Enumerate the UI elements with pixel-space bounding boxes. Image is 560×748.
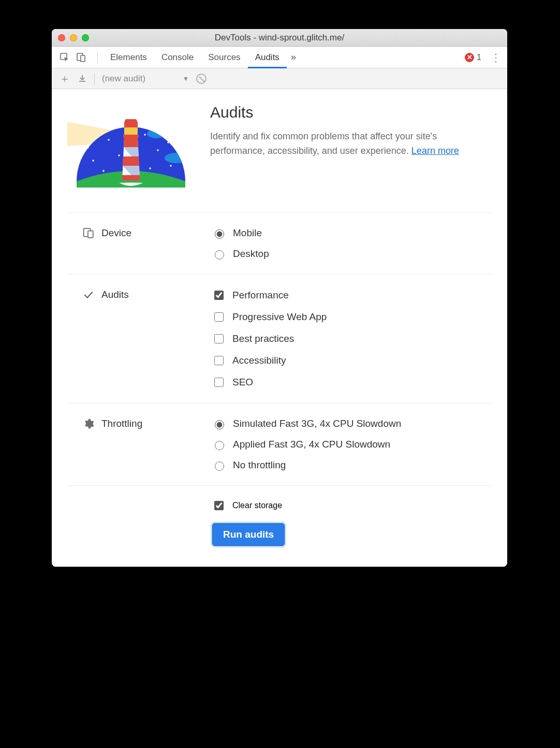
inspect-element-icon[interactable]: [59, 52, 70, 63]
svg-marker-21: [124, 138, 138, 147]
error-count-value: 1: [477, 53, 481, 62]
throttle-none-radio[interactable]: [215, 462, 224, 471]
audit-performance-option[interactable]: Performance: [212, 289, 492, 301]
throttle-none-label: No throttling: [233, 459, 286, 471]
audit-accessibility-checkbox[interactable]: [214, 356, 224, 365]
window-controls: [58, 34, 89, 41]
clear-storage-label: Clear storage: [232, 501, 282, 510]
device-mobile-option[interactable]: Mobile: [212, 227, 492, 239]
svg-point-14: [167, 141, 169, 143]
toggle-device-icon[interactable]: [76, 52, 87, 63]
device-desktop-label: Desktop: [233, 248, 269, 260]
throttle-applied-option[interactable]: Applied Fast 3G, 4x CPU Slowdown: [212, 439, 492, 450]
throttle-none-option[interactable]: No throttling: [212, 459, 492, 471]
audit-selector-label: (new audit): [102, 74, 145, 84]
titlebar: DevTools - wind-sprout.glitch.me/: [52, 29, 507, 47]
error-count[interactable]: ✕ 1: [465, 53, 481, 62]
device-mobile-label: Mobile: [233, 227, 262, 239]
clear-icon[interactable]: [196, 74, 207, 84]
audit-performance-checkbox[interactable]: [214, 291, 224, 300]
throttle-simulated-radio[interactable]: [215, 420, 224, 429]
svg-marker-25: [122, 175, 140, 180]
svg-rect-17: [124, 122, 138, 127]
svg-point-7: [102, 170, 104, 171]
audit-best-practices-label: Best practices: [232, 333, 294, 344]
svg-point-16: [165, 153, 187, 163]
tab-sources[interactable]: Sources: [201, 47, 247, 68]
devtools-window: DevTools - wind-sprout.glitch.me/ Elemen…: [52, 29, 507, 567]
throttle-applied-label: Applied Fast 3G, 4x CPU Slowdown: [233, 439, 390, 450]
svg-point-5: [92, 160, 94, 161]
throttle-simulated-option[interactable]: Simulated Fast 3G, 4x CPU Slowdown: [212, 418, 492, 429]
svg-marker-23: [123, 156, 139, 166]
learn-more-link[interactable]: Learn more: [411, 146, 459, 156]
tab-audits[interactable]: Audits: [248, 47, 287, 68]
section-audits-label: Audits: [67, 289, 212, 389]
tab-console[interactable]: Console: [154, 47, 201, 68]
check-icon: [83, 289, 94, 300]
audit-seo-checkbox[interactable]: [214, 378, 224, 387]
svg-rect-27: [88, 231, 93, 238]
audit-pwa-option[interactable]: Progressive Web App: [212, 311, 492, 323]
device-label-text: Device: [101, 227, 131, 239]
lighthouse-illustration: [67, 104, 195, 192]
svg-point-8: [118, 154, 120, 156]
error-icon: ✕: [465, 53, 474, 62]
audits-label-text: Audits: [101, 289, 129, 300]
run-audits-button[interactable]: Run audits: [212, 523, 285, 546]
throttle-simulated-label: Simulated Fast 3G, 4x CPU Slowdown: [233, 418, 401, 429]
more-tabs-icon[interactable]: »: [291, 52, 296, 63]
svg-point-12: [149, 167, 151, 169]
device-desktop-option[interactable]: Desktop: [212, 248, 492, 260]
audit-pwa-label: Progressive Web App: [232, 311, 327, 323]
close-window-button[interactable]: [58, 34, 65, 41]
toolbar-separator: [97, 51, 98, 64]
section-audits: Audits Performance Progressive Web App B…: [67, 274, 492, 403]
device-mobile-radio[interactable]: [215, 229, 224, 239]
svg-rect-18: [124, 127, 138, 135]
throttling-label-text: Throttling: [101, 418, 142, 429]
clear-storage-option[interactable]: Clear storage: [212, 499, 492, 512]
audits-panel: Audits Identify and fix common problems …: [52, 89, 507, 567]
section-device: Device Mobile Desktop: [67, 212, 492, 274]
audit-accessibility-label: Accessibility: [232, 355, 286, 366]
audit-seo-option[interactable]: SEO: [212, 376, 492, 389]
clear-storage-checkbox[interactable]: [214, 501, 224, 510]
audit-selector-dropdown[interactable]: (new audit) ▼: [102, 74, 189, 84]
gear-icon: [83, 418, 94, 429]
section-footer: Clear storage Run audits: [67, 485, 492, 546]
audit-best-practices-option[interactable]: Best practices: [212, 333, 492, 345]
zoom-window-button[interactable]: [82, 34, 89, 41]
audit-best-practices-checkbox[interactable]: [214, 334, 224, 343]
hero-title: Audits: [210, 104, 492, 121]
audit-accessibility-option[interactable]: Accessibility: [212, 354, 492, 367]
section-throttling: Throttling Simulated Fast 3G, 4x CPU Slo…: [67, 403, 492, 485]
audit-pwa-checkbox[interactable]: [214, 312, 224, 322]
main-toolbar: Elements Console Sources Audits » ✕ 1 ⋮: [52, 47, 507, 68]
audit-seo-label: SEO: [232, 377, 253, 388]
svg-rect-19: [123, 135, 139, 138]
section-throttling-label: Throttling: [67, 418, 212, 471]
window-title: DevTools - wind-sprout.glitch.me/: [52, 33, 507, 43]
svg-point-15: [147, 129, 166, 138]
section-device-label: Device: [67, 227, 212, 260]
svg-rect-3: [79, 81, 85, 82]
download-icon[interactable]: [78, 74, 87, 83]
hero-description: Identify and fix common problems that af…: [210, 130, 492, 159]
device-desktop-radio[interactable]: [215, 250, 224, 260]
svg-rect-2: [81, 55, 85, 62]
new-audit-icon[interactable]: ＋: [59, 71, 70, 87]
hero: Audits Identify and fix common problems …: [67, 104, 492, 212]
throttle-applied-radio[interactable]: [215, 441, 224, 450]
svg-point-6: [108, 139, 109, 140]
svg-point-11: [170, 165, 171, 166]
audit-performance-label: Performance: [232, 290, 289, 301]
svg-point-10: [157, 149, 158, 151]
sub-separator: [94, 73, 95, 84]
settings-menu-icon[interactable]: ⋮: [489, 51, 503, 64]
svg-point-13: [87, 147, 89, 148]
hero-text: Audits Identify and fix common problems …: [210, 104, 492, 159]
minimize-window-button[interactable]: [70, 34, 77, 41]
audit-toolbar: ＋ (new audit) ▼: [52, 68, 507, 89]
tab-elements[interactable]: Elements: [103, 47, 154, 68]
